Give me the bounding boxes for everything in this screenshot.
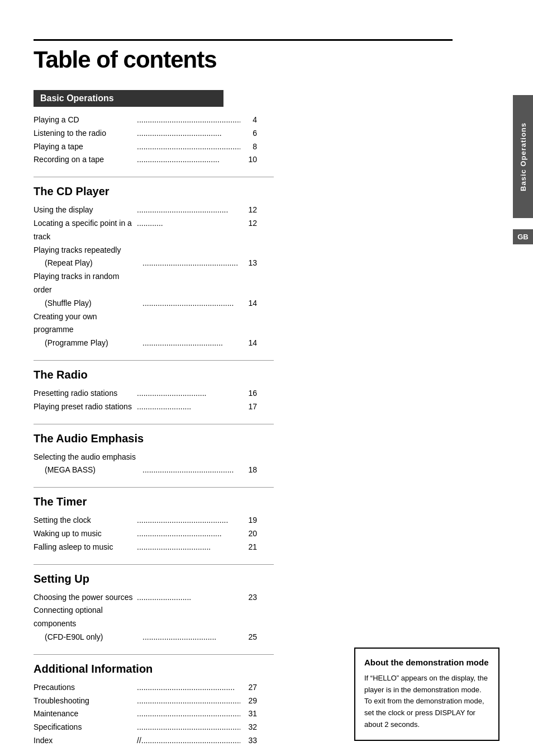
section-basic-operations: Basic Operations Playing a CD ..........… [34, 90, 285, 167]
toc-entry: Creating your own programme [34, 310, 257, 337]
toc-entry: Playing a CD ...........................… [34, 114, 257, 127]
section-divider [34, 487, 274, 488]
toc-entry: Troubleshooting ........................… [34, 694, 257, 708]
toc-entry: Playing a tape .........................… [34, 140, 257, 154]
toc-entry: Playing tracks repeatedly [34, 244, 257, 257]
section-divider [34, 177, 274, 177]
toc-entry: Playing preset radio stations ..........… [34, 400, 257, 414]
section-header-basic-operations: Basic Operations [34, 90, 223, 107]
toc-entry: (Programme Play) .......................… [34, 337, 257, 350]
sidebar: Basic Operations GB [506, 0, 533, 756]
toc-entry: Precautions ............................… [34, 681, 257, 694]
section-timer: The Timer Setting the clock ............… [34, 495, 285, 554]
demo-box: About the demonstration mode If “HELLO” … [354, 648, 499, 741]
section-audio-emphasis: The Audio Emphasis Selecting the audio e… [34, 432, 285, 478]
section-cd-player: The CD Player Using the display ........… [34, 185, 285, 350]
demo-box-text: If “HELLO” appears on the display, the p… [364, 673, 489, 731]
toc-entry: (MEGA BASS) ............................… [34, 464, 257, 477]
toc-entry: (CFD-E90L only) ........................… [34, 631, 257, 644]
toc-entry: (Shuffle Play) .........................… [34, 297, 257, 310]
section-title-additional-info: Additional Information [34, 663, 285, 675]
sidebar-gb-label: GB [513, 229, 533, 244]
toc-entry: Maintenance ............................… [34, 707, 257, 721]
toc-entry: Connecting optional components [34, 604, 257, 631]
toc-entries-cd-player: Using the display ......................… [34, 204, 285, 350]
section-title-audio-emphasis: The Audio Emphasis [34, 432, 285, 445]
toc-entry: Playing tracks in random order [34, 270, 257, 297]
section-title-cd-player: The CD Player [34, 185, 285, 198]
toc-entry: Setting the clock ......................… [34, 514, 257, 527]
section-divider [34, 564, 274, 565]
sidebar-basic-operations-label: Basic Operations [519, 122, 527, 191]
demo-box-title: About the demonstration mode [364, 658, 489, 667]
toc-entries-timer: Setting the clock ......................… [34, 514, 285, 554]
toc-entry: Presetting radio stations ..............… [34, 387, 257, 400]
section-radio: The Radio Presetting radio stations ....… [34, 368, 285, 414]
section-divider [34, 424, 274, 424]
toc-entry: Choosing the power sources .............… [34, 591, 257, 604]
toc-entry: (Repeat Play) ..........................… [34, 257, 257, 270]
toc-entry: Waking up to music .....................… [34, 527, 257, 541]
section-setting-up: Setting Up Choosing the power sources ..… [34, 573, 285, 644]
section-divider [34, 360, 274, 361]
toc-entry: Specifications .........................… [34, 721, 257, 734]
toc-entry: Listening to the radio .................… [34, 127, 257, 140]
toc-entry: Locating a specific point in a track ...… [34, 217, 257, 244]
toc-entries-radio: Presetting radio stations ..............… [34, 387, 285, 414]
section-title-setting-up: Setting Up [34, 573, 285, 585]
page: Basic Operations GB Table of contents Ba… [0, 0, 533, 756]
section-divider [34, 654, 274, 655]
toc-entry: Selecting the audio emphasis [34, 451, 257, 464]
toc-entries-setting-up: Choosing the power sources .............… [34, 591, 285, 644]
sidebar-basic-operations: Basic Operations [513, 95, 533, 218]
toc-entry: Falling asleep to music ................… [34, 541, 257, 554]
page-title: Table of contents [34, 39, 453, 73]
toc-entries-additional-info: Precautions ............................… [34, 681, 285, 748]
section-additional-info: Additional Information Precautions .....… [34, 663, 285, 748]
left-column: Basic Operations Playing a CD ..........… [34, 90, 285, 756]
toc-entries-audio-emphasis: Selecting the audio emphasis (MEGA BASS)… [34, 451, 285, 478]
section-title-radio: The Radio [34, 368, 285, 381]
toc-entry: Index //................................… [34, 734, 257, 748]
section-title-timer: The Timer [34, 495, 285, 508]
main-content: Table of contents Basic Operations Playi… [0, 22, 486, 756]
toc-entries-basic-operations: Playing a CD ...........................… [34, 114, 285, 167]
toc-entry: Recording on a tape ....................… [34, 153, 257, 167]
toc-entry: Using the display ......................… [34, 204, 257, 217]
